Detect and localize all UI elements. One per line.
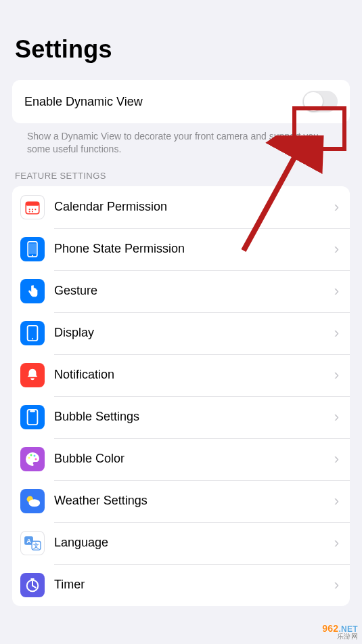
watermark: 962.NET 乐游网 — [322, 624, 358, 640]
page-title: Settings — [0, 0, 362, 80]
svg-point-11 — [32, 338, 33, 339]
svg-point-4 — [35, 209, 36, 210]
phone-icon — [20, 237, 45, 261]
enable-dynamic-card: Enable Dynamic View — [12, 80, 350, 123]
svg-point-2 — [29, 209, 30, 210]
svg-point-5 — [29, 211, 30, 212]
bubble-icon — [20, 405, 45, 429]
setting-row-gesture[interactable]: Gesture› — [12, 270, 350, 312]
chevron-right-icon: › — [334, 198, 339, 216]
feature-settings-list: Calendar Permission›Phone State Permissi… — [12, 186, 350, 606]
svg-point-19 — [28, 499, 40, 507]
chevron-right-icon: › — [334, 240, 339, 258]
setting-label: Calendar Permission — [54, 200, 334, 214]
enable-dynamic-toggle[interactable] — [302, 91, 338, 112]
svg-rect-8 — [29, 243, 36, 253]
timer-icon — [20, 573, 45, 597]
calendar-icon — [20, 195, 45, 219]
setting-row-language[interactable]: A文Language› — [12, 522, 350, 564]
enable-dynamic-label: Enable Dynamic View — [24, 95, 302, 109]
setting-label: Weather Settings — [54, 494, 334, 508]
toggle-knob — [304, 92, 323, 111]
feature-settings-header: FEATURE SETTINGS — [0, 171, 362, 186]
setting-label: Gesture — [54, 284, 334, 298]
setting-label: Language — [54, 536, 334, 550]
setting-label: Timer — [54, 578, 334, 592]
enable-dynamic-description: Show a Dynamic View to decorate your fro… — [0, 123, 362, 171]
svg-point-17 — [35, 458, 37, 460]
svg-text:文: 文 — [32, 542, 39, 549]
setting-row-bell[interactable]: Notification› — [12, 354, 350, 396]
svg-rect-13 — [30, 410, 35, 412]
svg-point-9 — [32, 255, 33, 256]
svg-point-16 — [34, 454, 36, 456]
setting-label: Notification — [54, 368, 334, 382]
chevron-right-icon: › — [334, 534, 339, 552]
bell-icon — [20, 363, 45, 387]
setting-row-bubble[interactable]: Bubble Settings› — [12, 396, 350, 438]
chevron-right-icon: › — [334, 492, 339, 510]
setting-row-phone[interactable]: Phone State Permission› — [12, 228, 350, 270]
chevron-right-icon: › — [334, 324, 339, 342]
language-icon: A文 — [20, 531, 45, 555]
weather-icon — [20, 489, 45, 513]
gesture-icon — [20, 279, 45, 303]
setting-label: Display — [54, 326, 334, 340]
setting-label: Bubble Color — [54, 452, 334, 466]
setting-row-timer[interactable]: Timer› — [12, 564, 350, 606]
svg-text:A: A — [26, 538, 31, 544]
setting-row-palette[interactable]: Bubble Color› — [12, 438, 350, 480]
svg-point-6 — [32, 211, 33, 212]
setting-row-calendar[interactable]: Calendar Permission› — [12, 186, 350, 228]
chevron-right-icon: › — [334, 366, 339, 384]
display-icon — [20, 321, 45, 345]
svg-point-3 — [32, 209, 33, 210]
svg-point-15 — [30, 454, 32, 456]
svg-rect-1 — [26, 202, 39, 205]
chevron-right-icon: › — [334, 408, 339, 426]
setting-row-weather[interactable]: Weather Settings› — [12, 480, 350, 522]
setting-label: Bubble Settings — [54, 410, 334, 424]
enable-dynamic-row[interactable]: Enable Dynamic View — [12, 80, 350, 123]
chevron-right-icon: › — [334, 450, 339, 468]
svg-rect-25 — [30, 578, 35, 580]
setting-row-display[interactable]: Display› — [12, 312, 350, 354]
setting-label: Phone State Permission — [54, 242, 334, 256]
chevron-right-icon: › — [334, 576, 339, 594]
chevron-right-icon: › — [334, 282, 339, 300]
palette-icon — [20, 447, 45, 471]
svg-point-14 — [28, 456, 30, 458]
